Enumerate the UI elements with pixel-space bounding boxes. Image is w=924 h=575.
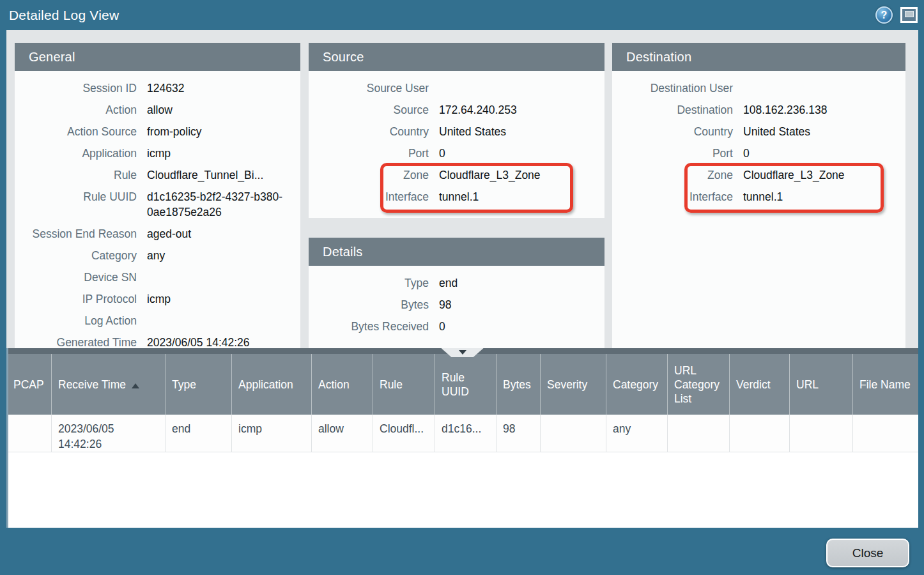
maximize-window-icon[interactable] <box>900 7 918 23</box>
row-source-zone: ZoneCloudflare_L3_Zone <box>309 164 604 186</box>
cell-pcap <box>7 415 52 452</box>
column-header-category[interactable]: Category <box>606 354 668 415</box>
row-source-user: Source User <box>309 77 604 99</box>
sort-ascending-icon <box>132 383 139 388</box>
chevron-down-icon <box>459 350 466 355</box>
column-header-url[interactable]: URL <box>790 354 853 415</box>
dialog-content: General Session ID124632 Actionallow Act… <box>6 30 918 528</box>
row-source: Source172.64.240.253 <box>309 99 604 121</box>
source-panel: Source Source User Source172.64.240.253 … <box>309 43 604 218</box>
log-table: PCAP Receive Time Type Application Actio… <box>6 354 918 452</box>
cell-application: icmp <box>232 415 312 452</box>
row-application: Applicationicmp <box>15 142 300 164</box>
column-header-rule-uuid[interactable]: Rule UUID <box>435 354 497 415</box>
row-source-country: CountryUnited States <box>309 121 604 142</box>
column-header-application[interactable]: Application <box>232 354 312 415</box>
cell-url <box>790 415 853 452</box>
cell-rule: Cloudfl... <box>373 415 435 452</box>
dialog-titlebar: Detailed Log View ? <box>0 0 924 30</box>
row-rule: RuleCloudflare_Tunnel_Bi... <box>15 164 300 186</box>
column-header-bytes[interactable]: Bytes <box>497 354 541 415</box>
close-button[interactable]: Close <box>826 539 909 567</box>
row-destination-zone: ZoneCloudflare_L3_Zone <box>612 164 905 186</box>
details-panel-title: Details <box>309 238 604 266</box>
column-header-url-category-list[interactable]: URL Category List <box>668 354 730 415</box>
column-header-type[interactable]: Type <box>166 354 232 415</box>
log-table-section: PCAP Receive Time Type Application Actio… <box>6 348 918 528</box>
cell-rule-uuid: d1c16... <box>435 415 497 452</box>
destination-panel: Destination Destination User Destination… <box>612 43 905 348</box>
column-header-rule[interactable]: Rule <box>373 354 435 415</box>
general-panel: General Session ID124632 Actionallow Act… <box>15 43 300 348</box>
column-header-file-name[interactable]: File Name <box>853 354 919 415</box>
row-destination-country: CountryUnited States <box>612 121 905 142</box>
row-ip-protocol: IP Protocolicmp <box>15 288 300 310</box>
log-table-row[interactable]: 2023/06/05 14:42:26 end icmp allow Cloud… <box>7 415 919 452</box>
details-panel: Details Typeend Bytes98 Bytes Received0 <box>309 238 604 348</box>
row-source-port: Port0 <box>309 142 604 164</box>
row-destination-port: Port0 <box>612 142 905 164</box>
cell-type: end <box>166 415 232 452</box>
row-destination: Destination108.162.236.138 <box>612 99 905 121</box>
row-destination-user: Destination User <box>612 77 905 99</box>
help-icon[interactable]: ? <box>875 6 893 24</box>
row-session-id: Session ID124632 <box>15 77 300 99</box>
row-type: Typeend <box>309 272 604 294</box>
row-log-action: Log Action <box>15 310 300 332</box>
row-bytes-received: Bytes Received0 <box>309 316 604 337</box>
dialog-title: Detailed Log View <box>9 8 119 23</box>
splitter-bar[interactable] <box>6 348 918 354</box>
log-table-header-row: PCAP Receive Time Type Application Actio… <box>7 354 919 415</box>
cell-bytes: 98 <box>497 415 541 452</box>
general-panel-title: General <box>15 43 300 71</box>
row-rule-uuid: Rule UUIDd1c16235-b2f2-4327-b380-0ae1875… <box>15 186 300 223</box>
row-action-source: Action Sourcefrom-policy <box>15 121 300 142</box>
column-header-pcap[interactable]: PCAP <box>7 354 52 415</box>
column-header-severity[interactable]: Severity <box>541 354 606 415</box>
cell-verdict <box>730 415 790 452</box>
row-destination-interface: Interfacetunnel.1 <box>612 186 905 208</box>
row-device-sn: Device SN <box>15 266 300 288</box>
cell-file-name <box>853 415 919 452</box>
row-generated-time: Generated Time2023/06/05 14:42:26 <box>15 332 300 348</box>
column-header-receive-time[interactable]: Receive Time <box>52 354 166 415</box>
destination-panel-title: Destination <box>612 43 905 71</box>
row-bytes: Bytes98 <box>309 294 604 316</box>
dialog-footer: Close <box>0 528 924 575</box>
cell-action: allow <box>312 415 373 452</box>
table-left-edge <box>6 348 8 528</box>
row-session-end-reason: Session End Reasonaged-out <box>15 223 300 245</box>
cell-category: any <box>606 415 668 452</box>
column-header-action[interactable]: Action <box>312 354 373 415</box>
cell-receive-time: 2023/06/05 14:42:26 <box>52 415 166 452</box>
row-source-interface: Interfacetunnel.1 <box>309 186 604 208</box>
cell-url-category-list <box>668 415 730 452</box>
row-action: Actionallow <box>15 99 300 121</box>
column-header-verdict[interactable]: Verdict <box>730 354 790 415</box>
source-panel-title: Source <box>309 43 604 71</box>
window-pane-glyph <box>905 11 914 17</box>
cell-severity <box>541 415 606 452</box>
row-category: Categoryany <box>15 245 300 266</box>
